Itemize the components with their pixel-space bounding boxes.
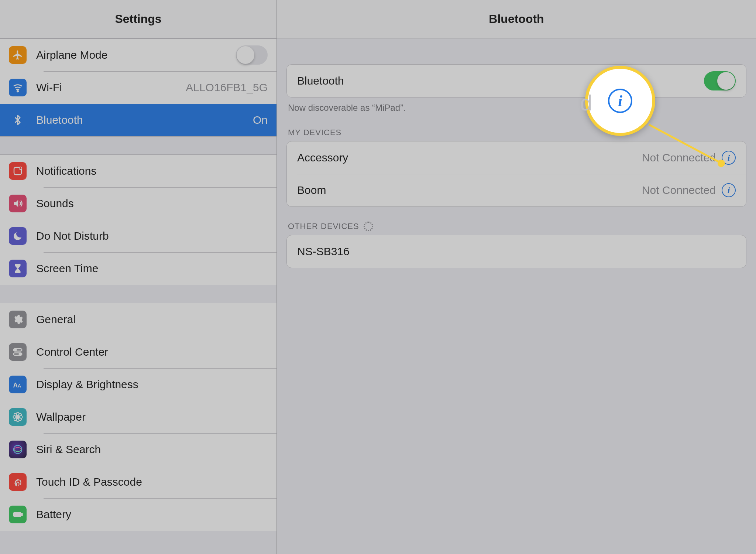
sidebar-item-dnd[interactable]: Do Not Disturb [0,220,276,252]
device-name: NS-SB316 [297,245,736,258]
device-row[interactable]: NS-SB316 [287,235,746,268]
bluetooth-master-row: Bluetooth [287,65,746,97]
moon-icon [9,227,27,245]
svg-rect-21 [21,514,23,516]
sidebar-item-siri[interactable]: Siri & Search [0,433,276,466]
sidebar-item-label: Touch ID & Passcode [36,476,268,488]
sidebar-item-label: Battery [36,508,268,521]
sidebar-item-label: Control Center [36,346,268,358]
section-header: OTHER DEVICES [286,207,746,235]
svg-point-5 [14,349,16,351]
sidebar-item-label: Do Not Disturb [36,230,268,242]
sidebar-item-label: Airplane Mode [36,49,236,61]
sidebar-item-value: On [253,114,268,126]
sidebar-item-label: Wi-Fi [36,81,182,94]
fingerprint-icon [9,473,27,491]
sidebar-title: Settings [0,0,276,38]
sidebar-item-sounds[interactable]: Sounds [0,187,276,220]
callout-background-text: d [580,90,592,116]
battery-icon [9,506,27,523]
sidebar: Settings Airplane ModeWi-FiALLO16FB1_5GB… [0,0,277,554]
sidebar-item-battery[interactable]: Battery [0,498,276,531]
sidebar-item-value: ALLO16FB1_5G [186,81,268,94]
sidebar-item-touchid[interactable]: Touch ID & Passcode [0,466,276,498]
sounds-icon [9,195,27,212]
section-header: MY DEVICES [286,113,746,141]
bluetooth-icon [9,111,27,129]
wifi-icon [9,79,27,96]
sidebar-item-label: Screen Time [36,262,268,275]
flower-icon [9,408,27,426]
bluetooth-master-toggle[interactable] [704,71,736,90]
svg-point-10 [16,416,19,418]
sidebar-item-label: Display & Brightness [36,378,268,391]
svg-point-0 [17,90,18,92]
sidebar-item-bluetooth[interactable]: BluetoothOn [0,104,276,136]
sidebar-item-screentime[interactable]: Screen Time [0,252,276,285]
sidebar-item-label: Sounds [36,197,268,210]
switches-icon [9,343,27,361]
sidebar-item-label: Notifications [36,165,268,177]
gear-icon [9,311,27,328]
sidebar-item-label: Wallpaper [36,411,268,423]
svg-point-19 [14,445,22,454]
svg-point-7 [19,353,21,355]
info-icon: i [608,89,632,113]
detail-pane: Bluetooth BluetoothNow discoverable as “… [277,0,756,554]
annotation-callout: d i [585,66,655,136]
detail-title: Bluetooth [277,0,756,38]
airplane-icon [9,46,27,64]
text-size-icon: AA [9,376,27,393]
svg-rect-20 [14,513,21,516]
info-icon[interactable]: i [722,183,736,197]
sidebar-item-wallpaper[interactable]: Wallpaper [0,401,276,433]
sidebar-item-label: Bluetooth [36,114,249,126]
sidebar-item-airplane[interactable]: Airplane Mode [0,39,276,71]
device-row[interactable]: AccessoryNot Connectedi [287,141,746,174]
sidebar-item-label: Siri & Search [36,443,268,456]
spinner-icon [364,222,373,231]
svg-point-3 [20,167,22,170]
svg-text:A: A [18,383,21,389]
sidebar-item-display[interactable]: AADisplay & Brightness [0,368,276,401]
device-status: Not Connected [642,184,716,196]
device-row[interactable]: BoomNot Connectedi [287,174,746,206]
sidebar-item-wifi[interactable]: Wi-FiALLO16FB1_5G [0,71,276,104]
device-name: Accessory [297,151,642,164]
toggle-airplane[interactable] [236,45,268,65]
discoverable-text: Now discoverable as “MiPad”. [286,98,746,113]
siri-icon [9,441,27,458]
device-name: Boom [297,184,642,196]
sidebar-item-notifications[interactable]: Notifications [0,155,276,187]
sidebar-item-general[interactable]: General [0,303,276,336]
svg-text:A: A [13,382,18,389]
notifications-icon [9,162,27,180]
hourglass-icon [9,260,27,277]
sidebar-item-controlcenter[interactable]: Control Center [0,336,276,368]
sidebar-item-label: General [36,313,268,326]
